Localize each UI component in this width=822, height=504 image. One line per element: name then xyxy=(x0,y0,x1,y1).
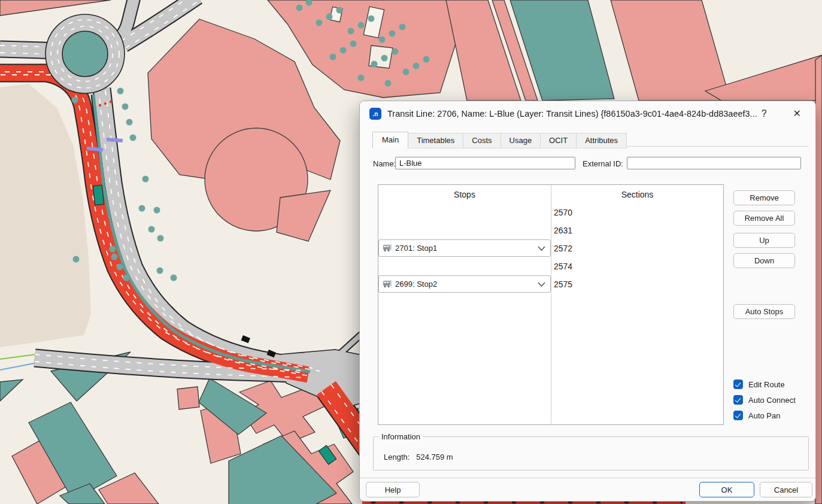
section-cell[interactable]: 2572 xyxy=(554,239,572,257)
app-icon: .n xyxy=(369,108,381,120)
auto-pan-label: Auto Pan xyxy=(748,411,781,420)
column-header-stops: Stops xyxy=(378,185,551,204)
down-button[interactable]: Down xyxy=(733,253,795,268)
roundabout xyxy=(46,14,125,93)
tab-usage[interactable]: Usage xyxy=(501,133,541,148)
tab-bar: Main Timetables Costs Usage OCIT Attribu… xyxy=(373,132,627,148)
section-cell[interactable]: 2631 xyxy=(554,221,572,239)
information-group: Information Length: 524.759 m xyxy=(373,436,809,470)
bus-icon xyxy=(383,244,392,252)
external-id-label: External ID: xyxy=(583,159,623,168)
application-window: .n Transit Line: 2706, Name: L-Blue (Lay… xyxy=(0,0,822,504)
help-icon[interactable]: ? xyxy=(762,109,767,119)
column-divider xyxy=(551,185,551,424)
section-cell[interactable]: 2575 xyxy=(554,275,572,293)
footer-separator xyxy=(360,478,815,478)
signal-dot xyxy=(104,102,107,105)
stop-dropdown-value: 2701: Stop1 xyxy=(395,244,537,253)
edit-route-label: Edit Route xyxy=(748,380,785,389)
section-cell[interactable]: 2570 xyxy=(554,204,572,221)
signal-dot xyxy=(99,104,101,107)
cancel-button[interactable]: Cancel xyxy=(760,482,812,497)
name-label: Name: xyxy=(373,159,396,168)
edit-route-checkbox-row: Edit Route xyxy=(733,379,785,389)
auto-connect-label: Auto Connect xyxy=(748,396,796,405)
stop-dropdown-1[interactable]: 2701: Stop1 xyxy=(378,239,551,257)
tab-ocit[interactable]: OCIT xyxy=(540,133,577,148)
auto-connect-checkbox[interactable] xyxy=(733,395,743,405)
transit-line-dialog: .n Transit Line: 2706, Name: L-Blue (Lay… xyxy=(359,101,816,502)
tab-main[interactable]: Main xyxy=(372,132,408,148)
remove-all-button[interactable]: Remove All xyxy=(733,211,795,226)
tab-timetables[interactable]: Timetables xyxy=(408,133,463,148)
remove-button[interactable]: Remove xyxy=(733,190,795,205)
length-label: Length: xyxy=(384,453,410,462)
tab-attributes[interactable]: Attributes xyxy=(576,133,627,148)
stop-dropdown-value: 2699: Stop2 xyxy=(395,280,537,289)
auto-pan-checkbox[interactable] xyxy=(733,411,743,420)
length-value: 524.759 m xyxy=(416,453,453,462)
dialog-titlebar[interactable]: .n Transit Line: 2706, Name: L-Blue (Lay… xyxy=(360,101,815,126)
signal-dot xyxy=(110,101,112,103)
bus-icon xyxy=(383,280,392,288)
edit-route-checkbox[interactable] xyxy=(733,379,743,389)
name-input[interactable] xyxy=(395,157,575,169)
bus-stop-marker-stop1[interactable] xyxy=(93,185,104,205)
external-id-input[interactable] xyxy=(627,157,801,169)
up-button[interactable]: Up xyxy=(733,233,795,248)
column-header-sections: Sections xyxy=(551,185,723,204)
section-cell[interactable]: 2574 xyxy=(554,257,572,275)
tab-costs[interactable]: Costs xyxy=(463,133,501,148)
auto-connect-checkbox-row: Auto Connect xyxy=(733,395,796,405)
ok-button[interactable]: OK xyxy=(699,482,754,497)
stop-dropdown-2[interactable]: 2699: Stop2 xyxy=(378,275,551,293)
auto-pan-checkbox-row: Auto Pan xyxy=(733,411,781,420)
close-icon[interactable]: ✕ xyxy=(793,109,801,119)
information-group-label: Information xyxy=(379,432,423,441)
dialog-title: Transit Line: 2706, Name: L-Blue (Layer:… xyxy=(387,109,757,119)
auto-stops-button[interactable]: Auto Stops xyxy=(733,304,795,319)
chevron-down-icon xyxy=(537,281,546,287)
help-button[interactable]: Help xyxy=(366,482,420,497)
roundabout-island xyxy=(62,31,108,77)
chevron-down-icon xyxy=(537,245,546,251)
route-table[interactable]: Stops Sections 2570 2631 2572 2574 2575 … xyxy=(378,184,724,425)
